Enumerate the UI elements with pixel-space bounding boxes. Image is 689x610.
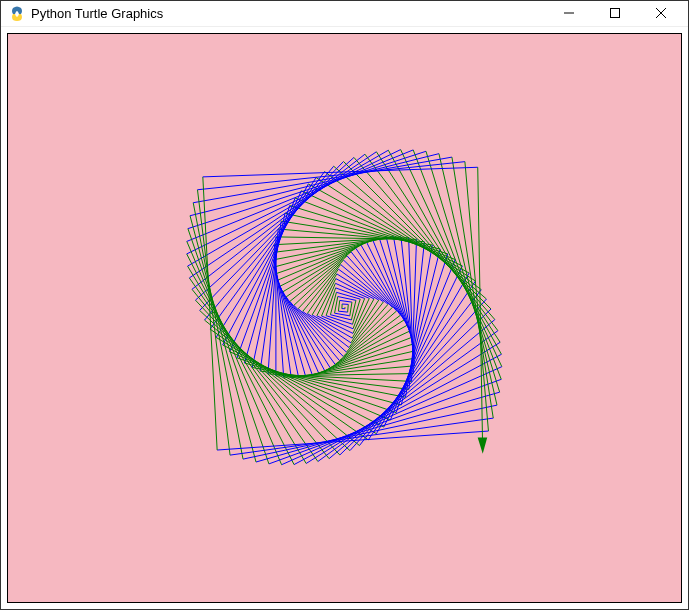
svg-line-63 xyxy=(283,245,361,292)
window-buttons xyxy=(546,1,684,26)
svg-line-173 xyxy=(193,202,243,458)
maximize-button[interactable] xyxy=(592,1,638,26)
turtle-canvas xyxy=(7,33,682,603)
svg-line-61 xyxy=(330,320,404,368)
turtle-cursor-icon xyxy=(478,437,488,453)
svg-line-179 xyxy=(465,161,489,430)
client-area xyxy=(1,27,688,609)
svg-line-150 xyxy=(189,151,376,277)
app-window: Python Turtle Graphics xyxy=(0,0,689,610)
svg-line-182 xyxy=(203,167,478,177)
window-title: Python Turtle Graphics xyxy=(31,6,546,21)
titlebar: Python Turtle Graphics xyxy=(1,1,688,27)
python-turtle-icon xyxy=(9,5,25,21)
svg-line-37 xyxy=(351,300,379,343)
svg-line-166 xyxy=(188,151,426,228)
svg-line-139 xyxy=(344,161,492,309)
svg-line-39 xyxy=(307,269,338,313)
svg-line-11 xyxy=(338,300,339,311)
svg-line-136 xyxy=(350,299,487,451)
svg-line-14 xyxy=(335,313,350,316)
close-button[interactable] xyxy=(638,1,684,26)
svg-line-64 xyxy=(361,245,407,325)
turtle-drawing xyxy=(8,34,681,602)
svg-rect-1 xyxy=(611,9,620,18)
svg-line-9 xyxy=(348,304,349,312)
svg-line-170 xyxy=(190,153,439,215)
svg-line-73 xyxy=(313,337,413,375)
svg-line-10 xyxy=(338,311,347,312)
svg-line-169 xyxy=(190,215,256,461)
svg-line-137 xyxy=(200,310,350,450)
svg-line-175 xyxy=(452,157,493,418)
svg-line-168 xyxy=(256,392,500,462)
svg-line-65 xyxy=(325,325,407,371)
minimize-button[interactable] xyxy=(546,1,592,26)
svg-line-172 xyxy=(243,405,497,459)
svg-line-149 xyxy=(189,278,318,462)
svg-line-154 xyxy=(188,150,389,266)
svg-line-163 xyxy=(413,150,501,379)
svg-line-13 xyxy=(350,302,352,316)
svg-line-12 xyxy=(340,300,352,302)
svg-line-115 xyxy=(295,198,455,259)
